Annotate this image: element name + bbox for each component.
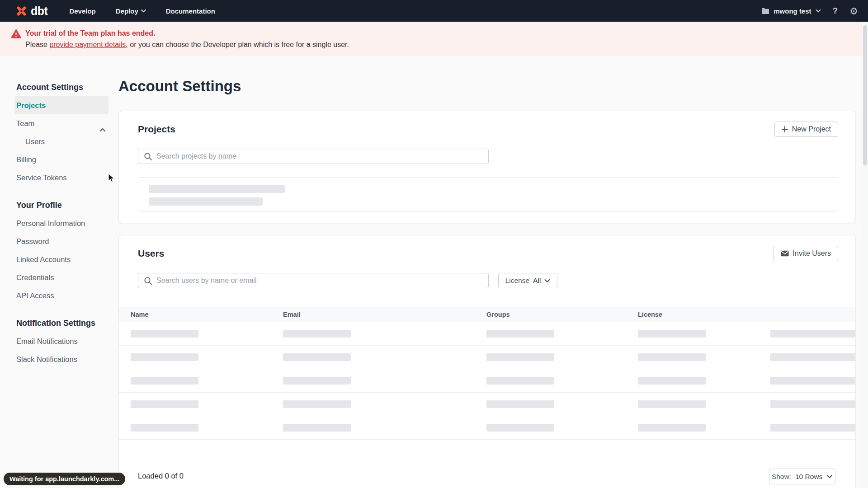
column-header-groups: Groups	[475, 311, 626, 318]
skeleton-bar	[770, 400, 855, 408]
sidebar-item-team[interactable]: Team	[14, 114, 108, 132]
sidebar-header-your-profile: Your Profile	[14, 196, 108, 214]
skeleton-bar	[486, 353, 554, 361]
skeleton-bar	[486, 400, 554, 408]
skeleton-bar	[770, 377, 855, 385]
table-row-skeleton	[119, 393, 855, 416]
sidebar-item-slack-notifications[interactable]: Slack Notifications	[14, 350, 108, 368]
skeleton-bar	[638, 377, 706, 385]
brand-name: dbt	[31, 5, 47, 18]
account-switcher[interactable]: mwong test	[761, 7, 821, 15]
dbt-logo[interactable]: dbt	[15, 5, 47, 18]
banner-body: Please provide payment details, or you c…	[25, 39, 349, 50]
projects-loading-skeleton	[138, 177, 838, 212]
users-card-title: Users	[138, 248, 164, 258]
chevron-down-icon	[816, 9, 821, 13]
nav-item-deploy[interactable]: Deploy	[116, 7, 146, 15]
users-search	[138, 273, 489, 288]
skeleton-bar	[131, 353, 198, 361]
sidebar-item-personal-information[interactable]: Personal Information	[14, 214, 108, 232]
chevron-down-icon	[544, 279, 550, 283]
page-title: Account Settings	[118, 78, 241, 95]
sidebar-item-projects[interactable]: Projects	[14, 96, 108, 114]
chevron-down-icon	[826, 474, 833, 479]
banner-title: Your trial of the Team plan has ended.	[25, 28, 349, 39]
account-name: mwong test	[774, 7, 811, 15]
settings-sidebar: Account Settings Projects Team Users Bil…	[14, 56, 108, 368]
search-icon	[144, 152, 152, 163]
license-filter-dropdown[interactable]: License All	[498, 273, 557, 288]
sidebar-item-linked-accounts[interactable]: Linked Accounts	[14, 250, 108, 268]
sidebar-item-password[interactable]: Password	[14, 232, 108, 250]
plus-icon	[782, 126, 788, 132]
sidebar-item-api-access[interactable]: API Access	[14, 286, 108, 305]
users-search-input[interactable]	[138, 273, 488, 288]
skeleton-bar	[486, 377, 554, 385]
sidebar-item-service-tokens[interactable]: Service Tokens	[14, 169, 108, 187]
mouse-cursor	[107, 173, 116, 185]
sidebar-header-account-settings: Account Settings	[14, 78, 108, 96]
nav-item-documentation[interactable]: Documentation	[166, 7, 215, 15]
projects-card: Projects New Project	[118, 111, 856, 223]
skeleton-bar	[638, 353, 706, 361]
skeleton-bar	[283, 330, 351, 338]
column-header-license: License	[626, 311, 759, 318]
nav-item-develop[interactable]: Develop	[69, 7, 95, 15]
envelope-icon	[781, 250, 789, 257]
table-row-skeleton	[119, 322, 855, 346]
dbt-logo-icon	[15, 5, 28, 17]
help-icon[interactable]: ?	[833, 6, 838, 16]
loaded-count: Loaded 0 of 0	[138, 472, 184, 480]
skeleton-bar	[638, 330, 706, 338]
chevron-down-icon	[141, 9, 146, 13]
users-card: Users Invite Users License All	[118, 235, 856, 488]
skeleton-bar	[283, 400, 351, 408]
browser-status-bubble: Waiting for app.launchdarkly.com...	[4, 473, 125, 485]
skeleton-bar	[131, 424, 198, 432]
skeleton-bar	[283, 377, 351, 385]
new-project-button[interactable]: New Project	[774, 122, 838, 137]
sidebar-item-billing[interactable]: Billing	[14, 150, 108, 169]
page-scrollbar[interactable]	[862, 22, 868, 488]
payment-details-link[interactable]: provide payment details	[49, 41, 126, 48]
users-table-header: Name Email Groups License	[119, 307, 855, 322]
gear-icon[interactable]: ⚙	[849, 6, 858, 16]
skeleton-bar	[486, 424, 554, 432]
invite-users-button[interactable]: Invite Users	[774, 246, 838, 261]
table-row-skeleton	[119, 369, 855, 393]
column-header-name: Name	[119, 311, 271, 318]
skeleton-bar	[149, 185, 285, 193]
skeleton-bar	[131, 400, 198, 408]
top-nav: dbt Develop Deploy Documentation mwong t…	[0, 0, 868, 22]
skeleton-bar	[770, 424, 855, 432]
skeleton-bar	[131, 377, 198, 385]
projects-search-input[interactable]	[138, 149, 488, 164]
projects-card-title: Projects	[138, 124, 175, 134]
users-table: Name Email Groups License	[119, 307, 855, 440]
column-header-email: Email	[271, 311, 475, 318]
trial-ended-banner: Your trial of the Team plan has ended. P…	[0, 22, 868, 56]
skeleton-bar	[149, 197, 263, 206]
sidebar-item-email-notifications[interactable]: Email Notifications	[14, 332, 108, 350]
skeleton-bar	[638, 424, 706, 432]
skeleton-bar	[131, 330, 198, 338]
warning-icon	[11, 29, 21, 38]
sidebar-header-notification-settings: Notification Settings	[14, 314, 108, 332]
rows-per-page-dropdown[interactable]: Show: 10 Rows	[769, 469, 835, 484]
skeleton-bar	[638, 400, 706, 408]
sidebar-item-credentials[interactable]: Credentials	[14, 268, 108, 286]
skeleton-bar	[770, 330, 855, 338]
table-row-skeleton	[119, 416, 855, 440]
skeleton-bar	[486, 330, 554, 338]
skeleton-bar	[283, 353, 351, 361]
users-table-footer: Loaded 0 of 0 Show: 10 Rows	[119, 469, 855, 484]
skeleton-bar	[283, 424, 351, 432]
sidebar-item-users[interactable]: Users	[14, 132, 108, 150]
skeleton-bar	[770, 353, 855, 361]
projects-search	[138, 149, 489, 164]
table-row-skeleton	[119, 346, 855, 369]
folder-icon	[761, 8, 769, 14]
search-icon	[144, 277, 152, 287]
scrollbar-thumb[interactable]	[863, 25, 867, 165]
